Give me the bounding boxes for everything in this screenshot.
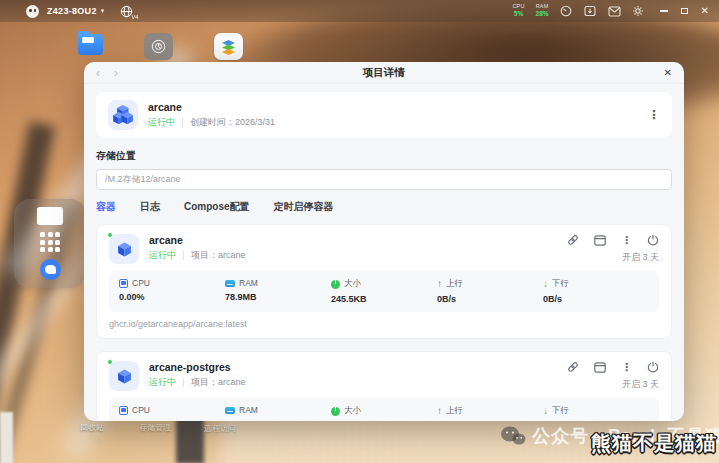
window-maximize-button[interactable] <box>681 8 688 14</box>
stat-ram: RAM 78.9MB <box>225 278 331 304</box>
container-cube-icon <box>109 234 139 264</box>
container-uptime: 开启 3 天 <box>622 378 659 391</box>
arrow-up-icon: ↑ <box>437 406 442 416</box>
performance-gauge-icon[interactable] <box>560 5 573 18</box>
tab-label: Compose配置 <box>184 201 250 212</box>
stat-download: ↓ 下行 0B/s <box>543 405 649 421</box>
stat-upload: ↑ 上行 0B/s <box>437 405 543 421</box>
stat-value: 78.9MB <box>225 292 331 302</box>
settings-gear-icon[interactable] <box>632 5 645 18</box>
container-stats: CPU 0.00% RAM 25.8MB 大小 274KB <box>109 398 659 421</box>
stat-label: 下行 <box>552 278 569 290</box>
messages-icon[interactable] <box>608 5 621 18</box>
ram-stick-icon <box>225 280 235 287</box>
detail-tabs: 容器 日志 Compose配置 定时启停容器 <box>96 200 672 214</box>
stat-value: 25.8MB <box>225 419 331 421</box>
terminal-window-icon[interactable] <box>594 235 606 246</box>
wallpaper-edge <box>0 412 13 463</box>
cpu-meter[interactable]: CPU 5% <box>512 4 524 18</box>
stat-label: 上行 <box>446 278 463 290</box>
link-icon[interactable] <box>567 361 579 373</box>
window-minimize-button[interactable] <box>660 10 668 12</box>
project-stack-icon <box>108 100 138 130</box>
tab-scheduled-start-stop[interactable]: 定时启停容器 <box>274 200 334 214</box>
stat-value: 0B/s <box>543 294 649 304</box>
stat-value: 0.00% <box>119 292 225 302</box>
project-details-modal: 项目详情 ‹ › ✕ arcane <box>84 62 684 421</box>
arrow-up-icon: ↑ <box>437 279 442 289</box>
tab-containers[interactable]: 容器 <box>96 200 116 214</box>
container-project: 项目：arcane <box>191 249 246 262</box>
window-close-button[interactable]: ✕ <box>701 6 709 16</box>
stat-label: CPU <box>132 405 150 415</box>
cpu-value: 5% <box>514 11 523 18</box>
brand-logo-icon <box>26 5 39 18</box>
stat-cpu: CPU 0.00% <box>119 405 225 421</box>
cpu-chip-icon <box>119 279 128 288</box>
tab-label: 容器 <box>96 201 116 212</box>
cpu-chip-icon <box>119 406 128 415</box>
transfer-tasks-icon[interactable] <box>584 5 597 18</box>
container-stats: CPU 0.00% RAM 78.9MB 大小 245.5KB <box>109 271 659 312</box>
container-name: arcane <box>149 234 246 246</box>
desktop-label-storage-manager[interactable]: 存储管理 <box>139 422 171 433</box>
control-center-icon[interactable] <box>144 33 173 60</box>
tab-label: 定时启停容器 <box>274 201 334 212</box>
ram-label: RAM <box>536 4 549 10</box>
dock-window-icon[interactable] <box>37 207 63 225</box>
dock-app-grid-icon[interactable] <box>40 232 60 252</box>
container-name: arcane-postgres <box>149 361 246 373</box>
desktop-label-recycle-bin[interactable]: 回收站 <box>80 422 104 433</box>
container-image-name: ghcr.io/getarcaneapp/arcane:latest <box>109 319 659 329</box>
chevron-down-icon[interactable]: ▾ <box>101 7 105 15</box>
ram-value: 28% <box>536 11 549 18</box>
stat-label: RAM <box>239 278 258 288</box>
stat-download: ↓ 下行 0B/s <box>543 278 649 304</box>
network-globe-icon[interactable]: V4 <box>120 4 137 19</box>
file-manager-icon[interactable] <box>78 34 103 55</box>
tab-logs[interactable]: 日志 <box>140 200 160 214</box>
power-icon[interactable] <box>647 361 659 373</box>
arrow-down-icon: ↓ <box>543 406 548 416</box>
network-version-label: V4 <box>132 14 139 20</box>
desktop-label-remote-access[interactable]: 远程访问 <box>204 423 236 434</box>
container-project: 项目：arcane <box>191 376 246 389</box>
stat-label: CPU <box>132 278 150 288</box>
stat-size: 大小 245.5KB <box>331 278 437 304</box>
disk-pie-icon <box>331 280 340 289</box>
divider <box>183 378 184 387</box>
ram-meter[interactable]: RAM 28% <box>536 4 549 18</box>
modal-title: 项目详情 <box>84 66 684 80</box>
container-cube-icon <box>109 361 139 391</box>
container-status: 运行中 <box>149 376 176 389</box>
tab-label: 日志 <box>140 201 160 212</box>
modal-header: 项目详情 ‹ › ✕ <box>84 62 684 84</box>
power-icon[interactable] <box>647 234 659 246</box>
container-status: 运行中 <box>149 249 176 262</box>
stat-label: RAM <box>239 405 258 415</box>
status-dot <box>107 232 113 238</box>
tab-compose-config[interactable]: Compose配置 <box>184 200 250 214</box>
container-more-menu-icon[interactable]: ⋮ <box>621 235 632 246</box>
container-more-menu-icon[interactable]: ⋮ <box>621 362 632 373</box>
stat-label: 上行 <box>446 405 463 417</box>
system-topbar: Z423-8OU2 ▾ V4 CPU 5% RAM 28% <box>0 0 719 22</box>
modal-close-icon[interactable]: ✕ <box>664 67 672 78</box>
storage-location-label: 存储位置 <box>96 149 672 163</box>
screen: Z423-8OU2 ▾ V4 CPU 5% RAM 28% <box>0 0 719 463</box>
dock-assistant-icon[interactable] <box>40 259 61 280</box>
project-summary-card: arcane 运行中 创建时间：2026/3/31 ⋮ <box>96 92 672 138</box>
project-more-menu-icon[interactable]: ⋮ <box>648 109 660 121</box>
desktop-dock <box>14 199 86 288</box>
stat-value: 245.5KB <box>331 294 437 304</box>
device-name[interactable]: Z423-8OU2 <box>47 6 97 16</box>
stat-value: 0B/s <box>437 294 543 304</box>
project-status: 运行中 <box>148 116 175 129</box>
terminal-window-icon[interactable] <box>594 362 606 373</box>
docker-app-icon[interactable] <box>214 33 243 60</box>
link-icon[interactable] <box>567 234 579 246</box>
stat-value: 0.00% <box>119 419 225 421</box>
wechat-icon <box>500 425 526 447</box>
storage-location-input[interactable] <box>96 169 672 190</box>
divider <box>182 118 183 127</box>
